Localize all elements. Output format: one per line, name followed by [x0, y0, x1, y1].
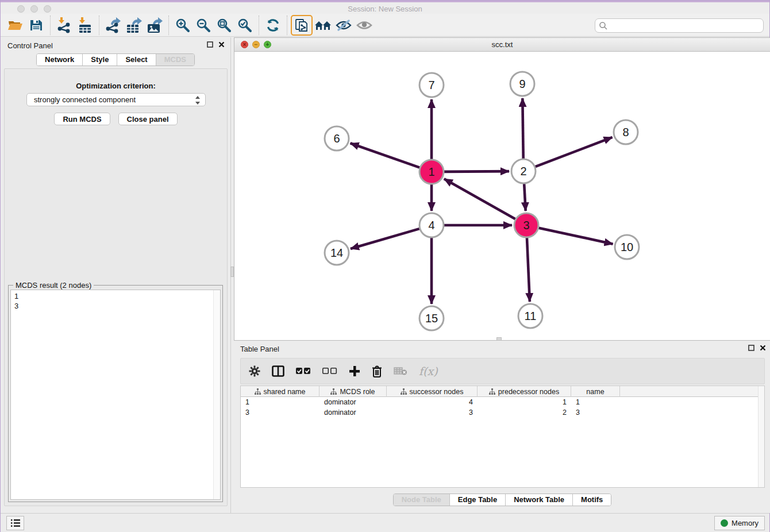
table-cell[interactable]: 3	[571, 408, 620, 418]
result-scrollbar[interactable]	[213, 290, 220, 499]
delete-column-icon[interactable]	[372, 365, 382, 377]
search-field[interactable]	[595, 18, 764, 33]
table-cell[interactable]: dominator	[319, 408, 387, 418]
close-panel-icon[interactable]	[218, 41, 225, 48]
apply-layout-button[interactable]	[263, 16, 283, 35]
function-builder-button[interactable]: f(x)	[419, 365, 438, 377]
network-window-titlebar[interactable]: × − + scc.txt	[234, 38, 770, 52]
refresh-icon	[265, 18, 280, 33]
node-label-3: 3	[523, 219, 529, 232]
tab-style[interactable]: Style	[83, 54, 117, 65]
tab-motifs[interactable]: Motifs	[573, 494, 611, 506]
edge-3-1[interactable]	[444, 179, 515, 219]
table-cell[interactable]: 4	[387, 398, 478, 407]
select-all-columns-icon[interactable]	[296, 367, 311, 375]
column-label: MCDS role	[340, 388, 375, 396]
new-network-from-selection-button[interactable]	[291, 15, 313, 36]
close-panel-icon[interactable]	[760, 345, 766, 351]
float-panel-icon[interactable]	[207, 41, 213, 48]
settings-gear-icon[interactable]	[249, 365, 260, 377]
open-session-button[interactable]	[5, 16, 26, 35]
chevron-up-down-icon	[195, 95, 201, 105]
eye-icon	[356, 18, 373, 32]
table-toolbar: f(x)	[240, 358, 765, 384]
float-panel-icon[interactable]	[748, 345, 754, 351]
search-input[interactable]	[608, 21, 763, 30]
graph-canvas[interactable]: 7968124314101511	[234, 52, 770, 340]
column-header-name[interactable]: name	[571, 386, 620, 397]
zoom-selected-button[interactable]	[234, 16, 255, 35]
table-cell[interactable]: 3	[387, 408, 478, 418]
first-neighbors-button[interactable]	[313, 16, 333, 35]
node-label-10: 10	[621, 241, 633, 253]
memory-label: Memory	[732, 519, 759, 527]
tab-node-table[interactable]: Node Table	[394, 494, 450, 506]
mcds-result-line: 1	[14, 291, 220, 301]
table-cell[interactable]: 1	[241, 398, 319, 407]
edge-4-14[interactable]	[351, 229, 419, 249]
node-table[interactable]: shared nameMCDS rolesuccessor nodesprede…	[240, 385, 765, 488]
memory-status-icon	[721, 519, 728, 527]
task-history-button[interactable]	[6, 516, 24, 530]
column-visibility-icon[interactable]	[272, 365, 284, 377]
column-header-MCDS-role[interactable]: MCDS role	[319, 386, 387, 397]
delete-table-icon[interactable]	[394, 367, 407, 376]
column-header-shared-name[interactable]: shared name	[241, 386, 319, 397]
table-cell[interactable]: 2	[478, 408, 571, 418]
open-folder-icon	[7, 18, 24, 32]
mcds-result-line: 3	[14, 301, 220, 311]
edge-1-2[interactable]	[444, 171, 509, 172]
table-row[interactable]: 3dominator323	[241, 408, 764, 418]
edge-2-9[interactable]	[522, 98, 523, 159]
export-table-button[interactable]	[124, 16, 144, 35]
node-label-8: 8	[622, 126, 629, 138]
deselect-all-columns-icon[interactable]	[322, 367, 337, 375]
tab-mcds[interactable]: MCDS	[156, 54, 194, 65]
edge-2-3[interactable]	[524, 184, 526, 211]
zoom-out-button[interactable]	[193, 16, 214, 35]
import-network-icon	[57, 17, 72, 33]
memory-button[interactable]: Memory	[714, 516, 765, 530]
hide-selected-button[interactable]	[333, 16, 354, 35]
network-canvas[interactable]: 7968124314101511	[234, 52, 770, 340]
zoom-fit-button[interactable]	[214, 16, 234, 35]
edge-3-10[interactable]	[538, 228, 613, 244]
import-table-button[interactable]	[75, 16, 95, 35]
zoom-in-button[interactable]	[172, 16, 193, 35]
export-network-icon	[105, 17, 121, 33]
column-header-predecessor-nodes[interactable]: predecessor nodes	[478, 386, 571, 397]
edge-3-11[interactable]	[527, 238, 530, 302]
add-column-icon[interactable]	[349, 365, 360, 377]
tab-network-table[interactable]: Network Table	[506, 494, 573, 506]
show-all-button[interactable]	[354, 16, 375, 35]
column-header-successor-nodes[interactable]: successor nodes	[387, 386, 478, 397]
table-scrollbar[interactable]	[758, 386, 764, 487]
export-image-button[interactable]	[144, 16, 165, 35]
close-panel-button[interactable]: Close panel	[118, 113, 178, 125]
splitter-grip[interactable]	[230, 267, 234, 277]
toolbar-separator	[99, 16, 99, 35]
table-cell[interactable]: dominator	[319, 398, 387, 407]
network-view-window: × − + scc.txt 7968124314101511	[234, 37, 770, 341]
table-cell[interactable]: 1	[478, 398, 571, 407]
tab-select[interactable]: Select	[117, 54, 156, 65]
titlebar: Session: New Session	[1, 2, 769, 14]
edge-1-6[interactable]	[351, 143, 420, 167]
mcds-result-text[interactable]: 13	[10, 290, 221, 500]
optimization-criterion-select[interactable]: strongly connected component	[26, 93, 206, 106]
zoom-in-icon	[175, 18, 190, 33]
task-list-icon	[10, 519, 21, 527]
node-label-2: 2	[520, 165, 526, 178]
save-session-button[interactable]	[26, 16, 47, 35]
edge-2-8[interactable]	[536, 137, 613, 167]
node-label-15: 15	[425, 312, 438, 325]
table-cell[interactable]: 3	[241, 408, 319, 418]
run-mcds-button[interactable]: Run MCDS	[54, 113, 110, 125]
control-panel: Control Panel NetworkStyleSelectMCDS Opt…	[1, 37, 231, 513]
tab-network[interactable]: Network	[37, 54, 83, 65]
table-cell[interactable]: 1	[571, 398, 620, 407]
table-row[interactable]: 1dominator411	[241, 398, 764, 407]
export-network-button[interactable]	[103, 16, 124, 35]
import-network-button[interactable]	[54, 16, 75, 35]
tab-edge-table[interactable]: Edge Table	[450, 494, 506, 506]
